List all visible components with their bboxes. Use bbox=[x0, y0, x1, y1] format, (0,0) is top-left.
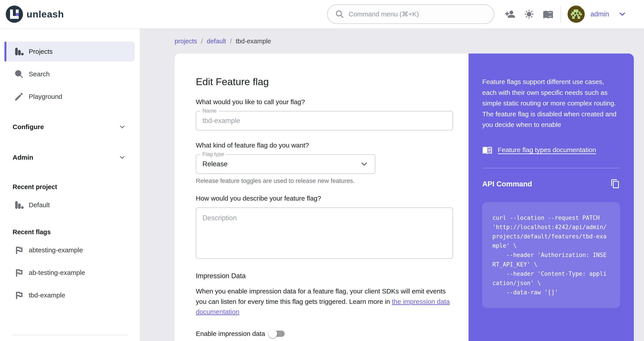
impression-data-toggle[interactable] bbox=[268, 328, 286, 339]
user-name: admin bbox=[590, 10, 609, 18]
breadcrumb-default-link[interactable]: default bbox=[207, 38, 226, 45]
main-content: projects / default / tbd-example Edit Fe… bbox=[140, 29, 644, 341]
sidebar-item-label: abtesting-example bbox=[29, 246, 83, 254]
user-menu[interactable]: admin bbox=[568, 6, 627, 23]
documentation-button[interactable] bbox=[540, 6, 556, 22]
sun-icon bbox=[524, 9, 534, 19]
recent-project-title: Recent project bbox=[4, 180, 135, 194]
sidebar-item-label: Search bbox=[29, 70, 50, 78]
chevron-down-icon bbox=[118, 154, 126, 161]
sidebar-item-flag-abtesting-example[interactable]: abtesting-example bbox=[4, 240, 135, 260]
unleash-logo[interactable]: unleash bbox=[6, 6, 64, 23]
api-command-code[interactable]: curl --location --request PATCH 'http://… bbox=[482, 202, 620, 308]
flag-icon bbox=[14, 290, 24, 300]
breadcrumb: projects / default / tbd-example bbox=[174, 29, 634, 54]
flag-icon bbox=[14, 268, 24, 277]
sidebar-group-label: Admin bbox=[12, 154, 33, 161]
search-icon bbox=[14, 69, 24, 79]
flag-type-value: Release bbox=[202, 160, 228, 168]
info-description: Feature flags support different use case… bbox=[482, 77, 620, 130]
chevron-down-icon[interactable] bbox=[618, 10, 627, 19]
info-panel: Feature flags support different use case… bbox=[468, 54, 634, 341]
search-icon bbox=[335, 10, 344, 19]
sidebar-item-search[interactable]: Search bbox=[4, 64, 135, 84]
sidebar-item-default-project[interactable]: Default bbox=[4, 195, 135, 215]
sidebar-item-label: tbd-example bbox=[29, 291, 65, 299]
page: unleash bbox=[0, 0, 644, 341]
sidebar-item-flag-tbd-example[interactable]: tbd-example bbox=[4, 285, 135, 305]
flag-type-select[interactable]: Flag type Release bbox=[196, 154, 375, 174]
description-question: How would you describe your feature flag… bbox=[196, 195, 453, 202]
chevron-down-icon bbox=[360, 160, 369, 169]
header-icons bbox=[502, 6, 556, 22]
flag-icon bbox=[14, 245, 24, 255]
breadcrumb-projects-link[interactable]: projects bbox=[174, 38, 197, 45]
command-menu[interactable] bbox=[327, 5, 494, 24]
name-input[interactable] bbox=[202, 117, 446, 125]
name-field-wrapper: Name bbox=[196, 111, 453, 131]
api-command-title: API Command bbox=[482, 180, 532, 188]
logo-text: unleash bbox=[26, 9, 64, 20]
sidebar-item-label: Default bbox=[29, 201, 50, 209]
breadcrumb-separator: / bbox=[201, 38, 203, 45]
api-command-header: API Command bbox=[482, 179, 620, 189]
header-divider bbox=[560, 6, 561, 22]
copy-icon bbox=[610, 179, 620, 189]
copy-api-command-button[interactable] bbox=[610, 179, 620, 189]
flag-type-question: What kind of feature flag do you want? bbox=[196, 142, 453, 149]
feature-flag-types-doc-link[interactable]: Feature flag types documentation bbox=[498, 146, 596, 154]
sidebar-item-label: ab-testing-example bbox=[29, 269, 85, 276]
book-icon bbox=[482, 145, 492, 155]
invite-user-button[interactable] bbox=[502, 6, 518, 22]
impression-toggle-label: Enable impression data bbox=[196, 330, 265, 337]
wand-icon bbox=[14, 92, 24, 102]
sidebar-item-label: Playground bbox=[29, 93, 62, 100]
impression-data-title: Impression Data bbox=[196, 272, 453, 280]
sidebar-divider bbox=[12, 335, 128, 335]
toggle-knob bbox=[268, 329, 277, 338]
name-field-label: Name bbox=[200, 108, 219, 114]
panel-divider bbox=[482, 168, 620, 168]
avatar bbox=[568, 6, 585, 23]
sidebar-item-label: Projects bbox=[29, 48, 52, 55]
breadcrumb-separator: / bbox=[230, 38, 232, 45]
description-input[interactable] bbox=[196, 207, 453, 259]
command-menu-input[interactable] bbox=[349, 11, 486, 18]
sidebar-group-configure[interactable]: Configure bbox=[4, 118, 135, 136]
person-add-icon bbox=[505, 9, 515, 19]
recent-flags-title: Recent flags bbox=[4, 225, 135, 239]
sidebar-item-projects[interactable]: Projects bbox=[4, 42, 135, 62]
feature-flag-types-doc-row[interactable]: Feature flag types documentation bbox=[482, 145, 620, 155]
impression-data-text: When you enable impression data for a fe… bbox=[196, 286, 453, 317]
breadcrumb-current: tbd-example bbox=[236, 38, 271, 45]
theme-toggle-button[interactable] bbox=[521, 6, 537, 22]
top-header: unleash bbox=[0, 0, 644, 29]
flag-type-helper: Release feature toggles are used to rele… bbox=[196, 177, 453, 184]
edit-feature-flag-form: Edit Feature flag What would you like to… bbox=[174, 54, 468, 341]
book-icon bbox=[543, 9, 553, 19]
sidebar-group-label: Configure bbox=[12, 123, 44, 131]
sidebar-item-playground[interactable]: Playground bbox=[4, 87, 135, 107]
impression-toggle-row: Enable impression data bbox=[196, 328, 453, 339]
projects-icon bbox=[14, 47, 24, 56]
page-title: Edit Feature flag bbox=[196, 76, 453, 88]
sidebar-item-flag-ab-testing-example[interactable]: ab-testing-example bbox=[4, 263, 135, 283]
flag-type-label: Flag type bbox=[200, 151, 226, 157]
name-question: What would you like to call your flag? bbox=[196, 98, 453, 106]
sidebar-group-admin[interactable]: Admin bbox=[4, 149, 135, 166]
sidebar: Projects Search Playground Configure bbox=[0, 29, 140, 341]
chevron-down-icon bbox=[118, 123, 126, 131]
projects-icon bbox=[14, 200, 24, 210]
unleash-logo-icon bbox=[6, 6, 23, 23]
